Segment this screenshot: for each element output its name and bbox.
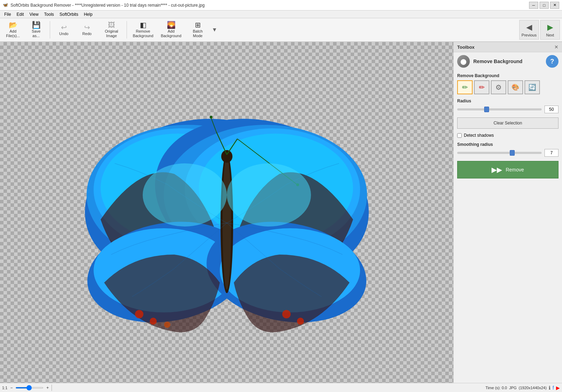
next-label: Next (546, 33, 554, 37)
toolbar-expand-icon[interactable]: ▼ (211, 26, 218, 34)
menu-tools[interactable]: Tools (41, 11, 57, 18)
paint-remove-button[interactable]: 🎨 (508, 80, 523, 94)
remove-background-icon: ◧ (140, 21, 147, 28)
status-info: Time (s): 0.0 JPG (1920x1440x24) ℹ f ▶ (486, 385, 560, 391)
batch-mode-label: BatchMode (193, 29, 203, 38)
clear-selection-button[interactable]: Clear Selection (457, 117, 558, 129)
svg-point-15 (282, 310, 291, 318)
radius-slider-row: 50 (457, 106, 558, 113)
add-file-icon: 📂 (9, 21, 18, 28)
help-button[interactable]: ? (546, 55, 558, 68)
close-button[interactable]: ✕ (550, 2, 559, 9)
magic-wand-button[interactable]: ⚙ (491, 80, 506, 94)
smoothing-radius-value-box[interactable]: 7 (544, 149, 558, 157)
pencil-keep-icon: ✏ (462, 83, 468, 92)
butterfly-image (69, 86, 385, 339)
remove-button-label: Remove (506, 167, 524, 173)
maximize-button[interactable]: □ (540, 2, 549, 9)
facebook-icon[interactable]: f (553, 385, 554, 391)
smoothing-radius-label: Smoothing radius (457, 142, 558, 147)
tool-buttons-row: ✏ ✏ ⚙ 🎨 🔄 (457, 80, 558, 94)
original-image-icon: 🖼 (108, 21, 115, 28)
svg-point-19 (221, 150, 232, 163)
toolbox-title: Toolbox (457, 45, 475, 50)
zoom-minus-icon: − (10, 385, 13, 390)
toolbox-close-button[interactable]: ✕ (554, 44, 558, 50)
save-as-icon: 💾 (32, 21, 41, 28)
image-canvas[interactable] (69, 86, 385, 339)
toolbar: 📂 AddFile(s)... 💾 Saveas... ↩ Undo ↪ Red… (0, 18, 562, 42)
toolbox-section-header: ⬤ Remove Background ? (454, 52, 562, 70)
youtube-icon[interactable]: ▶ (556, 385, 560, 391)
menu-help[interactable]: Help (81, 11, 95, 18)
svg-point-26 (143, 163, 227, 227)
pencil-keep-button[interactable]: ✏ (457, 80, 473, 94)
smoothing-radius-section: Smoothing radius 7 (457, 142, 558, 157)
paint-remove-icon: 🎨 (512, 83, 519, 91)
remove-background-section-label: Remove Background (457, 73, 558, 78)
format-label: JPG (509, 386, 516, 390)
time-label: Time (s): 0.0 (486, 386, 507, 390)
zoom-slider[interactable] (15, 387, 43, 388)
zoom-slider-container (15, 387, 43, 388)
app-icon: 🦋 (3, 2, 8, 8)
pencil-remove-icon: ✏ (479, 83, 485, 92)
remove-button[interactable]: ▶▶ Remove (457, 161, 558, 178)
toolbox-panel: Toolbox ✕ ⬤ Remove Background ? Remove B… (453, 42, 562, 383)
undo-label: Undo (59, 32, 68, 36)
radius-section: Radius 50 (457, 99, 558, 113)
minimize-button[interactable]: ─ (529, 2, 538, 9)
menu-softorbits[interactable]: SoftOrbits (57, 11, 81, 18)
paint-restore-button[interactable]: 🔄 (524, 80, 540, 94)
original-image-button[interactable]: 🖼 OriginalImage (99, 20, 124, 40)
main-area: Toolbox ✕ ⬤ Remove Background ? Remove B… (0, 42, 562, 383)
save-as-label: Saveas... (32, 29, 40, 38)
radius-value-box[interactable]: 50 (544, 106, 558, 113)
detect-shadows-label[interactable]: Detect shadows (464, 133, 494, 138)
add-file-label: AddFile(s)... (6, 29, 20, 38)
paint-restore-icon: 🔄 (528, 83, 536, 91)
undo-icon: ↩ (61, 24, 67, 31)
smoothing-radius-slider-track[interactable] (457, 152, 542, 154)
svg-point-16 (297, 318, 304, 325)
batch-mode-button[interactable]: ⊞ BatchMode (186, 20, 210, 40)
svg-point-13 (150, 318, 157, 325)
dimensions-label: (1920x1440x24) (519, 386, 547, 390)
add-background-button[interactable]: 🌄 AddBackground (158, 20, 184, 40)
save-as-button[interactable]: 💾 Saveas... (25, 20, 47, 40)
magic-wand-icon: ⚙ (495, 83, 502, 92)
next-button[interactable]: ▶ Next (540, 20, 560, 40)
window-title: SoftOrbits Background Remover - ****Unre… (11, 3, 529, 8)
toolbar-nav: ◀ Previous ▶ Next (519, 20, 560, 40)
menu-edit[interactable]: Edit (14, 11, 27, 18)
add-file-button[interactable]: 📂 AddFile(s)... (2, 20, 24, 40)
svg-point-22 (210, 116, 212, 119)
detect-shadows-row: Detect shadows (457, 133, 558, 138)
previous-icon: ◀ (526, 23, 532, 32)
zoom-ratio-label: 1:1 (2, 386, 7, 390)
original-image-label: OriginalImage (105, 29, 118, 38)
toolbox-header: Toolbox ✕ (454, 42, 562, 52)
tool-section-title: Remove Background (473, 59, 522, 64)
add-background-icon: 🌄 (167, 21, 176, 28)
undo-button[interactable]: ↩ Undo (53, 20, 75, 40)
add-background-label: AddBackground (161, 29, 182, 38)
menu-view[interactable]: View (27, 11, 41, 18)
status-bar: 1:1 − + Time (s): 0.0 JPG (1920x1440x24)… (0, 383, 562, 392)
window-controls: ─ □ ✕ (529, 2, 559, 9)
smoothing-radius-slider-thumb[interactable] (510, 150, 515, 156)
detect-shadows-checkbox[interactable] (457, 133, 462, 138)
menu-file[interactable]: File (1, 11, 14, 18)
previous-button[interactable]: ◀ Previous (519, 20, 539, 40)
redo-button[interactable]: ↪ Redo (76, 20, 98, 40)
pencil-remove-button[interactable]: ✏ (474, 80, 489, 94)
canvas-area[interactable] (0, 42, 453, 383)
svg-point-14 (164, 322, 170, 328)
tool-section-icon: ⬤ (457, 55, 470, 68)
radius-slider-track[interactable] (457, 108, 542, 110)
svg-point-27 (227, 163, 311, 227)
radius-slider-thumb[interactable] (484, 107, 489, 112)
toolbar-separator-2 (127, 21, 127, 39)
info-icon[interactable]: ℹ (549, 385, 550, 391)
remove-background-button[interactable]: ◧ RemoveBackground (130, 20, 156, 40)
